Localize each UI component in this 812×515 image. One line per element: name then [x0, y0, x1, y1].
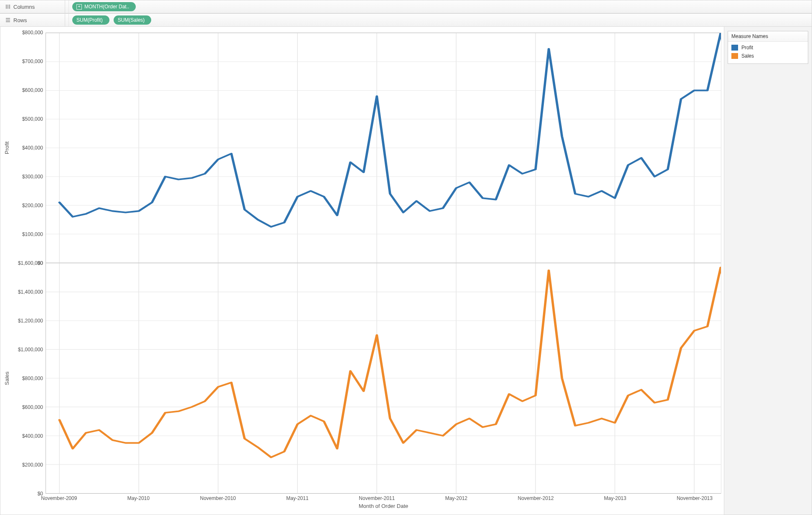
columns-shelf: Columns + MONTH(Order Dat.. [0, 0, 812, 13]
y-tick-label: $1,200,000 [18, 318, 43, 324]
y-tick-label: $600,000 [22, 404, 43, 410]
x-axis-ticks: November-2009May-2010November-2010May-20… [46, 495, 721, 502]
pill-sum-profit[interactable]: SUM(Profit) [72, 15, 109, 25]
pill-month-order-date[interactable]: + MONTH(Order Dat.. [72, 2, 136, 11]
y-tick-label: $100,000 [22, 231, 43, 237]
legend-swatch [731, 53, 738, 59]
y-tick-label: $1,400,000 [18, 289, 43, 295]
y-axis-title-sales: Sales [3, 263, 10, 494]
pill-label: SUM(Sales) [118, 17, 145, 23]
y-tick-label: $700,000 [22, 58, 43, 64]
x-tick-label: November-2012 [518, 495, 554, 501]
rows-icon [5, 18, 11, 23]
y-tick-label: $600,000 [22, 87, 43, 93]
legend-swatch [731, 45, 738, 51]
y-tick-label: $400,000 [22, 433, 43, 439]
pill-label: MONTH(Order Dat.. [84, 4, 129, 10]
y-tick-label: $200,000 [22, 462, 43, 468]
y-tick-label: $1,000,000 [18, 347, 43, 353]
y-tick-label: $200,000 [22, 203, 43, 208]
sales-line-chart[interactable] [46, 263, 721, 494]
rows-shelf: Rows SUM(Profit) SUM(Sales) [0, 13, 812, 27]
columns-shelf-track[interactable]: + MONTH(Order Dat.. [69, 0, 809, 13]
rows-shelf-track[interactable]: SUM(Profit) SUM(Sales) [69, 14, 809, 26]
profit-line-chart[interactable] [46, 33, 721, 263]
legend-item-profit[interactable]: Profit [731, 43, 804, 52]
x-tick-label: May-2011 [286, 495, 308, 501]
columns-shelf-label: Columns [13, 4, 35, 10]
y-tick-label: $1,600,000 [18, 260, 43, 266]
legend-panel: Measure Names ProfitSales [724, 27, 812, 515]
y-axis-title-profit: Profit [3, 33, 10, 263]
y-tick-label: $400,000 [22, 145, 43, 151]
y-axis-ticks-profit: $0$100,000$200,000$300,000$400,000$500,0… [10, 33, 46, 263]
x-tick-label: May-2010 [127, 495, 150, 501]
pill-label: SUM(Profit) [76, 17, 103, 23]
x-tick-label: May-2013 [604, 495, 626, 501]
x-tick-label: November-2010 [200, 495, 236, 501]
x-tick-label: November-2011 [359, 495, 395, 501]
y-tick-label: $500,000 [22, 116, 43, 122]
y-tick-label: $800,000 [22, 30, 43, 36]
y-tick-label: $800,000 [22, 375, 43, 381]
pill-sum-sales[interactable]: SUM(Sales) [114, 15, 152, 25]
x-axis-title: Month of Order Date [46, 503, 721, 509]
expand-icon[interactable]: + [76, 4, 82, 10]
y-tick-label: $300,000 [22, 174, 43, 180]
visualization-area: Profit $0$100,000$200,000$300,000$400,00… [0, 27, 724, 515]
x-tick-label: November-2009 [41, 495, 77, 501]
legend-label: Profit [741, 45, 753, 51]
legend-item-sales[interactable]: Sales [731, 52, 804, 60]
rows-shelf-label: Rows [13, 17, 27, 23]
legend-label: Sales [741, 53, 754, 59]
x-tick-label: May-2012 [445, 495, 467, 501]
columns-icon [5, 4, 11, 9]
legend-items: ProfitSales [728, 42, 808, 63]
legend-title: Measure Names [728, 31, 808, 42]
y-axis-ticks-sales: $0$200,000$400,000$600,000$800,000$1,000… [10, 263, 46, 494]
rows-shelf-label-cell: Rows [3, 13, 65, 27]
columns-shelf-label-cell: Columns [3, 0, 65, 13]
legend-card: Measure Names ProfitSales [728, 31, 808, 64]
x-axis: November-2009May-2010November-2010May-20… [46, 494, 721, 512]
x-tick-label: November-2013 [677, 495, 713, 501]
